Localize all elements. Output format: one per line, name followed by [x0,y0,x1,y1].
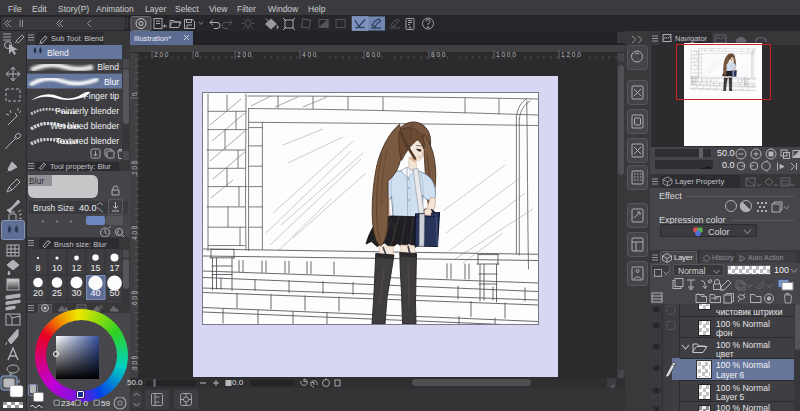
svg-text:40: 40 [90,288,100,298]
svg-text:Textured blender: Textured blender [56,135,119,145]
svg-text:30: 30 [71,288,81,298]
svg-text:6 0 0: 6 0 0 [366,51,381,58]
svg-text:0: 0 [131,92,138,96]
svg-text:25: 25 [52,288,62,298]
svg-text:234: 234 [61,399,75,408]
svg-text:1 2 0 0: 1 2 0 0 [561,51,581,58]
svg-text:8 0 0: 8 0 0 [131,355,138,370]
svg-text:15: 15 [90,263,100,273]
svg-text:8: 8 [35,263,40,273]
svg-text:8 0 0: 8 0 0 [431,51,446,58]
svg-text:12: 12 [71,263,81,273]
svg-text:17: 17 [109,263,119,273]
svg-text:Blur: Blur [104,76,119,86]
svg-text:6 0 0: 6 0 0 [131,290,138,305]
svg-text:2 0 0: 2 0 0 [154,51,169,58]
svg-text:Blend: Blend [97,61,119,71]
svg-text:0: 0 [195,51,199,58]
svg-text:Painterly blender: Painterly blender [55,106,119,116]
svg-text:50: 50 [109,288,119,298]
svg-text:10: 10 [52,263,62,273]
svg-text:4 0 0: 4 0 0 [302,51,317,58]
svg-text:4 0 0: 4 0 0 [131,225,138,240]
svg-text:0: 0 [84,399,89,408]
svg-text:2 0 0: 2 0 0 [131,160,138,175]
svg-text:2 0 0: 2 0 0 [237,51,252,58]
svg-text:1 0 0 0: 1 0 0 0 [496,51,516,58]
svg-text:20: 20 [33,288,43,298]
svg-text:Finger tip: Finger tip [84,91,120,101]
svg-text:Wet bleed blender: Wet bleed blender [50,120,119,130]
svg-text:59: 59 [101,399,110,408]
